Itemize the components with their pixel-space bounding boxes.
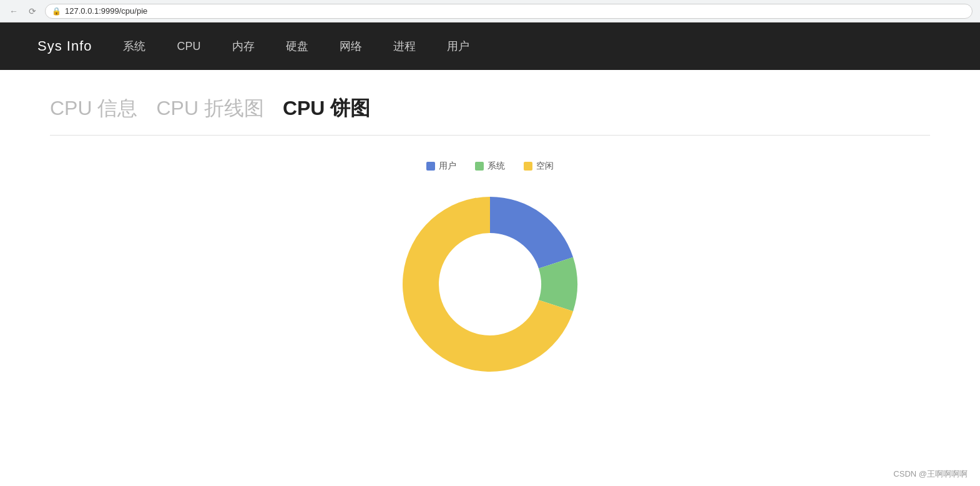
chart-area: 用户 系统 空闲 xyxy=(50,161,930,384)
sub-tab-divider xyxy=(50,135,930,136)
nav-item-cpu[interactable]: CPU xyxy=(177,40,200,53)
nav-brand[interactable]: Sys Info xyxy=(37,38,92,54)
lock-icon: 🔒 xyxy=(52,7,61,16)
legend-system: 系统 xyxy=(475,161,505,172)
legend-user: 用户 xyxy=(426,161,456,172)
nav-item-disk[interactable]: 硬盘 xyxy=(286,39,308,54)
tab-cpu-info[interactable]: CPU 信息 xyxy=(50,95,137,122)
tab-cpu-pie[interactable]: CPU 饼图 xyxy=(283,95,370,122)
nav-item-memory[interactable]: 内存 xyxy=(232,39,255,54)
donut-segment-user xyxy=(490,197,573,269)
nav-item-process[interactable]: 进程 xyxy=(393,39,416,54)
nav-item-user[interactable]: 用户 xyxy=(447,39,469,54)
browser-chrome: ← ⟳ 🔒 127.0.0.1:9999/cpu/pie xyxy=(0,0,980,22)
sub-tabs: CPU 信息 CPU 折线图 CPU 饼图 xyxy=(50,95,930,122)
legend-label-system: 系统 xyxy=(488,161,505,172)
url-text: 127.0.0.1:9999/cpu/pie xyxy=(65,6,147,16)
refresh-button[interactable]: ⟳ xyxy=(26,5,39,17)
legend-label-user: 用户 xyxy=(439,161,456,172)
address-bar[interactable]: 🔒 127.0.0.1:9999/cpu/pie xyxy=(45,4,973,19)
chart-legend: 用户 系统 空闲 xyxy=(426,161,554,172)
legend-color-idle xyxy=(524,162,532,171)
legend-label-idle: 空闲 xyxy=(536,161,554,172)
back-button[interactable]: ← xyxy=(7,5,20,17)
donut-chart xyxy=(390,184,590,384)
top-nav: Sys Info 系统 CPU 内存 硬盘 网络 进程 用户 xyxy=(0,22,980,70)
tab-cpu-line[interactable]: CPU 折线图 xyxy=(156,95,263,122)
legend-color-user xyxy=(426,162,435,171)
nav-item-system[interactable]: 系统 xyxy=(123,39,145,54)
nav-item-network[interactable]: 网络 xyxy=(340,39,362,54)
main-content: CPU 信息 CPU 折线图 CPU 饼图 用户 系统 空闲 xyxy=(0,70,980,384)
legend-color-system xyxy=(475,162,484,171)
legend-idle: 空闲 xyxy=(524,161,554,172)
